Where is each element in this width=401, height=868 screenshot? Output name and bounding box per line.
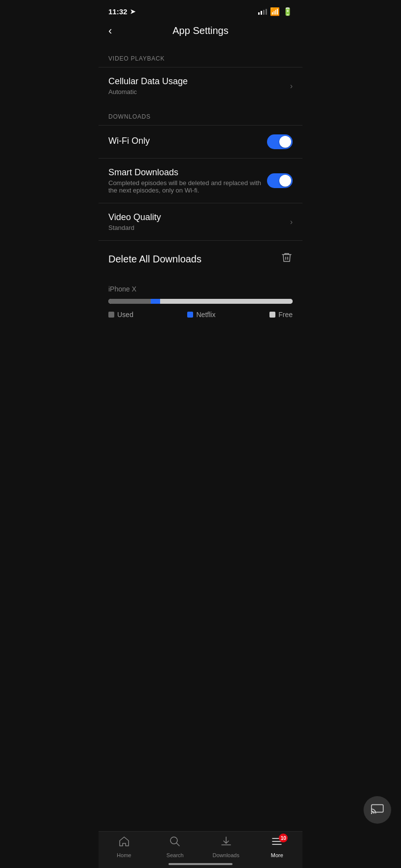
cellular-data-chevron: ›	[290, 82, 293, 91]
delete-all-downloads-row[interactable]: Delete All Downloads	[99, 241, 302, 277]
status-left: 11:32 ➤	[108, 7, 135, 16]
signal-bar-4	[266, 9, 267, 15]
section-label-downloads: DOWNLOADS	[99, 104, 302, 125]
wifi-icon: 📶	[270, 7, 280, 16]
storage-free-bar	[160, 299, 293, 304]
video-quality-chevron: ›	[290, 218, 293, 226]
legend-netflix: Netflix	[187, 311, 215, 319]
section-label-video-playback: VIDEO PLAYBACK	[99, 46, 302, 67]
smart-downloads-title: Smart Downloads	[108, 167, 267, 178]
battery-icon: 🔋	[283, 7, 293, 16]
storage-legend: Used Netflix Free	[108, 311, 293, 319]
spacer	[99, 323, 302, 383]
delete-all-downloads-title: Delete All Downloads	[108, 254, 201, 265]
legend-dot-used	[108, 312, 114, 318]
signal-bars	[258, 9, 267, 15]
smart-downloads-row: Smart Downloads Completed episodes will …	[99, 159, 302, 203]
cellular-data-usage-title: Cellular Data Usage	[108, 76, 284, 87]
cellular-data-usage-subtitle: Automatic	[108, 88, 284, 96]
storage-netflix-bar	[151, 299, 160, 304]
legend-label-used: Used	[117, 311, 134, 319]
device-name: iPhone X	[108, 285, 293, 293]
legend-label-free: Free	[278, 311, 293, 319]
location-icon: ➤	[130, 8, 135, 15]
signal-bar-3	[263, 10, 265, 15]
time: 11:32	[108, 7, 127, 16]
storage-used-bar	[108, 299, 151, 304]
page-title: App Settings	[172, 25, 228, 36]
smart-downloads-content: Smart Downloads Completed episodes will …	[108, 167, 267, 194]
status-bar: 11:32 ➤ 📶 🔋	[99, 0, 302, 20]
back-button[interactable]: ‹	[108, 25, 112, 37]
smart-downloads-toggle-knob	[279, 175, 291, 187]
storage-bar	[108, 299, 293, 304]
video-quality-content: Video Quality Standard	[108, 212, 284, 231]
header: ‹ App Settings	[99, 20, 302, 46]
legend-dot-netflix	[187, 312, 193, 318]
wifi-only-toggle[interactable]	[267, 134, 293, 149]
wifi-only-content: Wi-Fi Only	[108, 136, 267, 148]
wifi-only-title: Wi-Fi Only	[108, 136, 267, 146]
signal-bar-2	[261, 11, 262, 15]
smart-downloads-toggle[interactable]	[267, 173, 293, 188]
cellular-data-usage-row[interactable]: Cellular Data Usage Automatic ›	[99, 67, 302, 104]
smart-downloads-subtitle: Completed episodes will be deleted and r…	[108, 179, 267, 194]
video-quality-subtitle: Standard	[108, 224, 284, 231]
wifi-only-row: Wi-Fi Only	[99, 126, 302, 158]
video-quality-title: Video Quality	[108, 212, 284, 223]
video-quality-row[interactable]: Video Quality Standard ›	[99, 203, 302, 240]
status-right: 📶 🔋	[258, 7, 293, 16]
cellular-data-usage-content: Cellular Data Usage Automatic	[108, 76, 284, 96]
legend-label-netflix: Netflix	[196, 311, 215, 319]
legend-dot-free	[269, 312, 275, 318]
storage-section: iPhone X Used Netflix Free	[99, 277, 302, 323]
trash-icon	[281, 252, 293, 266]
legend-used: Used	[108, 311, 134, 319]
signal-bar-1	[258, 12, 260, 15]
wifi-only-toggle-knob	[279, 136, 291, 148]
legend-free: Free	[269, 311, 293, 319]
